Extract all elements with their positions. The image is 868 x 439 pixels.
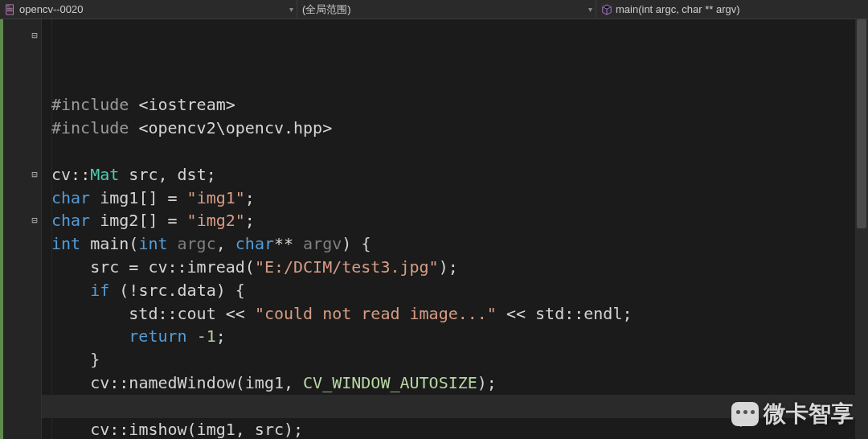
code-editor[interactable]: ⊟⊟⊟ #include <iostream>#include <opencv2… [0,19,868,439]
scope-selector[interactable]: (全局范围) ▾ [297,0,596,18]
code-line[interactable]: } [42,348,868,371]
watermark: 微卡智享 [731,399,854,429]
scrollbar-thumb[interactable] [857,19,866,228]
code-line[interactable]: #include <iostream> [42,93,868,117]
function-signature: main(int argc, char ** argv) [616,3,740,15]
token-punc: ; [245,188,255,207]
token-pre: #include [51,118,138,137]
chevron-down-icon: ▾ [289,5,293,14]
token-id: cv::namedWindow(img1, [90,373,303,392]
token-pre: #include [51,95,138,114]
token-incp: <opencv2\opencv.hpp> [138,118,332,137]
project-name: opencv--0020 [19,3,84,15]
chevron-down-icon: ▾ [588,5,592,14]
token-id: ) { [342,234,371,253]
token-str: "could not read image..." [255,304,497,323]
fold-toggle[interactable]: ⊟ [30,215,39,225]
token-id: ); [477,373,497,392]
token-punc: ** [274,234,293,253]
code-line[interactable] [42,140,868,163]
function-selector[interactable]: main(int argc, char ** argv) [596,0,868,18]
change-indicator [0,19,3,439]
token-param: argc [168,234,216,253]
code-line[interactable]: cv::namedWindow(img1, CV_WINDOW_AUTOSIZE… [42,371,868,395]
cube-purple-icon [601,4,612,15]
token-id: std::cout << [129,304,255,323]
token-kw: char [51,211,90,230]
token-incp: <iostream> [138,95,235,114]
token-type: Mat [90,165,119,184]
token-id: src = cv::imread( [90,257,255,277]
project-selector[interactable]: opencv--0020 ▾ [0,0,297,18]
token-kw: return [129,326,186,346]
token-id: img2[] = [90,211,186,230]
scope-label: (全局范围) [302,2,351,17]
token-punc: :: [71,165,90,184]
code-line[interactable]: return -1; [42,325,868,348]
code-line[interactable]: #include <opencv2\opencv.hpp> [42,117,868,140]
token-enum: CV_WINDOW_AUTOSIZE [303,373,477,392]
token-id: (!src.data) { [109,281,245,300]
token-id: img1[] = [90,188,186,207]
vertical-scrollbar[interactable] [855,19,868,439]
token-punc: ; [245,211,255,230]
token-id: << std::endl; [497,304,633,323]
token-id: cv [51,165,71,184]
token-id [187,326,197,346]
token-str: "img1" [187,188,245,207]
token-id: , [216,234,235,253]
token-kw: int [51,234,80,253]
code-line[interactable]: src = cv::imread("E:/DCIM/test3.jpg"); [42,256,868,279]
token-kw: int [138,234,167,253]
editor-gutter: ⊟⊟⊟ [0,19,42,439]
file-code-icon [5,4,16,15]
token-str: "E:/DCIM/test3.jpg" [255,257,439,277]
code-line[interactable]: int main(int argc, char** argv) { [42,232,868,256]
token-id: cv::imshow(img1, src); [90,420,303,439]
fold-toggle[interactable]: ⊟ [30,170,39,179]
token-id: ; [216,326,226,346]
code-area[interactable]: #include <iostream>#include <opencv2\ope… [42,19,868,439]
fold-toggle[interactable]: ⊟ [30,31,39,40]
token-id: } [90,350,100,369]
token-id: ); [439,257,458,277]
code-line[interactable]: cv::Mat src, dst; [42,163,868,187]
code-line[interactable]: if (!src.data) { [42,279,868,302]
code-line[interactable]: std::cout << "could not read image..." <… [42,302,868,326]
navigation-bar: opencv--0020 ▾ (全局范围) ▾ main(int argc, c… [0,0,868,19]
code-line[interactable]: char img2[] = "img2"; [42,209,868,232]
token-kw: char [235,234,274,253]
code-line[interactable]: char img1[] = "img1"; [42,187,868,210]
wechat-icon [731,402,759,426]
token-str: "img2" [187,211,245,230]
token-num: -1 [197,326,216,346]
token-id: src, dst; [119,165,215,184]
token-kw: if [90,281,109,300]
watermark-text: 微卡智享 [764,399,854,429]
token-id: main( [80,234,138,253]
token-param: argv [293,234,342,253]
token-kw: char [51,188,90,207]
